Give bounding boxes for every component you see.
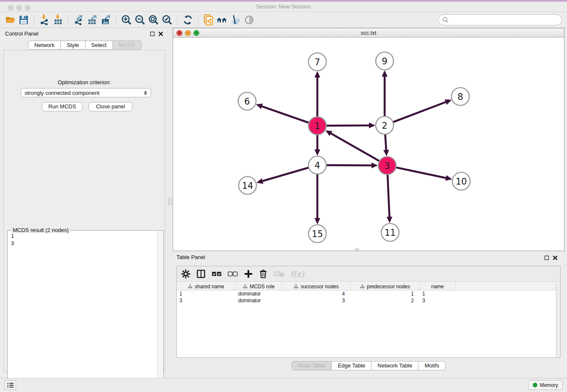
tab-select[interactable]: Select bbox=[85, 41, 113, 50]
cell-shared-name[interactable]: 3 bbox=[177, 297, 236, 304]
new-network-icon[interactable] bbox=[202, 13, 215, 27]
cell-MCDS-role[interactable]: dominator bbox=[236, 290, 282, 297]
delete-table-icon bbox=[273, 268, 284, 280]
zoom-selected-icon[interactable] bbox=[160, 13, 174, 27]
graph-edge-3-11[interactable] bbox=[388, 174, 390, 218]
cell-successor-nodes[interactable]: 3 bbox=[282, 297, 351, 304]
graph-edge-2-8[interactable] bbox=[392, 102, 447, 123]
zoom-out-icon[interactable] bbox=[133, 13, 147, 27]
close-panel-button[interactable]: Close panel bbox=[88, 102, 132, 111]
graph-edge-2-3[interactable] bbox=[385, 133, 386, 152]
graph-edge-3-10[interactable] bbox=[395, 167, 448, 178]
memory-button[interactable]: Memory bbox=[528, 380, 563, 390]
graph-node-label-6: 6 bbox=[244, 97, 250, 107]
zoom-fit-icon[interactable] bbox=[147, 13, 160, 27]
save-session-icon[interactable] bbox=[17, 13, 30, 27]
table-row[interactable]: 1dominator411 bbox=[177, 290, 556, 297]
search-icon bbox=[442, 17, 449, 23]
tab-edge-table[interactable]: Edge Table bbox=[332, 361, 372, 370]
mcds-tab-content: Optimization criterion: strongly connect… bbox=[3, 50, 165, 372]
close-panel-icon[interactable] bbox=[553, 255, 558, 260]
control-panel: Control Panel NetworkStyleSelectMCDS Opt… bbox=[2, 30, 168, 373]
graph-node-label-14: 14 bbox=[242, 181, 253, 191]
graph-edge-1-6[interactable] bbox=[260, 106, 310, 123]
graph-edge-3-1[interactable] bbox=[330, 133, 380, 161]
tab-mcds[interactable]: MCDS bbox=[113, 41, 141, 50]
result-scrollbar[interactable] bbox=[157, 231, 163, 389]
gear-icon[interactable] bbox=[181, 268, 190, 280]
float-panel-icon[interactable] bbox=[150, 31, 155, 36]
cell-successor-nodes[interactable]: 4 bbox=[282, 290, 351, 297]
add-column-icon[interactable] bbox=[244, 268, 253, 280]
mcds-result-list[interactable]: 1 3 bbox=[8, 232, 157, 389]
network-canvas[interactable]: 1234678910111415 bbox=[173, 38, 564, 251]
control-panel-tabs: NetworkStyleSelectMCDS bbox=[2, 41, 168, 50]
export-table-icon[interactable] bbox=[85, 13, 99, 27]
attribute-tree-icon bbox=[360, 284, 365, 289]
show-graphics-details-icon[interactable] bbox=[242, 13, 256, 27]
hide-selected-icon[interactable] bbox=[229, 13, 242, 27]
table-scrollbar[interactable] bbox=[556, 282, 560, 357]
export-image-icon[interactable] bbox=[99, 13, 113, 27]
cell-MCDS-role[interactable]: dominator bbox=[236, 297, 282, 304]
zoom-in-icon[interactable] bbox=[120, 13, 133, 27]
open-file-icon[interactable] bbox=[3, 13, 17, 27]
cell-predecessor-nodes[interactable]: 2 bbox=[351, 297, 420, 304]
search-field[interactable] bbox=[438, 14, 562, 25]
run-mcds-button[interactable]: Run MCDS bbox=[42, 102, 83, 111]
deselect-all-icon[interactable] bbox=[228, 268, 238, 280]
graph-node-label-7: 7 bbox=[314, 57, 320, 67]
import-network-icon[interactable] bbox=[38, 13, 51, 27]
table-row[interactable]: 3dominator323 bbox=[177, 297, 556, 304]
cell-name[interactable]: 3 bbox=[420, 297, 456, 304]
cell-shared-name[interactable]: 1 bbox=[177, 290, 236, 297]
split-view-icon[interactable] bbox=[196, 268, 206, 280]
graph-node-label-8: 8 bbox=[457, 92, 463, 102]
network-window-titlebar[interactable]: ✕ − + scc.txt bbox=[173, 28, 564, 38]
column-header-shared-name[interactable]: shared name bbox=[177, 282, 236, 290]
column-header-successor-nodes[interactable]: successor nodes bbox=[282, 282, 351, 290]
graph-edge-arrowhead bbox=[369, 122, 375, 128]
column-header-name[interactable]: name bbox=[420, 282, 456, 290]
graph-node-label-1: 1 bbox=[314, 121, 320, 131]
graph-edge-arrowhead bbox=[383, 150, 389, 156]
toolbar-separator bbox=[34, 14, 34, 25]
attribute-tree-icon bbox=[188, 284, 193, 289]
memory-label: Memory bbox=[540, 382, 558, 388]
export-network-icon[interactable] bbox=[72, 13, 85, 27]
status-bar: Memory bbox=[0, 378, 567, 392]
tab-motifs[interactable]: Motifs bbox=[418, 361, 446, 370]
app-title: Session: New Session bbox=[0, 3, 567, 10]
column-header-MCDS-role[interactable]: MCDS role bbox=[236, 282, 282, 290]
graph-edge-4-3[interactable] bbox=[325, 165, 373, 166]
toolbar-separator bbox=[68, 14, 69, 25]
graph-edge-arrowhead bbox=[256, 104, 263, 109]
network-splitter-handle[interactable] bbox=[355, 248, 359, 251]
search-input[interactable] bbox=[449, 16, 561, 24]
delete-icon[interactable] bbox=[259, 268, 267, 280]
mcds-result-group: MCDS result (2 nodes) 1 3 bbox=[7, 230, 164, 390]
first-neighbors-icon[interactable] bbox=[215, 13, 229, 27]
cell-name[interactable]: 1 bbox=[420, 290, 456, 297]
cell-predecessor-nodes[interactable]: 1 bbox=[351, 290, 420, 297]
tab-style[interactable]: Style bbox=[61, 41, 85, 50]
optimization-criterion-select[interactable]: strongly connected component bbox=[21, 88, 151, 97]
select-all-icon[interactable] bbox=[212, 268, 222, 280]
toolbar-separator bbox=[116, 14, 116, 25]
apply-layout-icon[interactable] bbox=[181, 13, 195, 27]
tab-node-table[interactable]: Node Table bbox=[292, 361, 332, 370]
task-history-button[interactable] bbox=[5, 380, 16, 390]
import-table-icon[interactable] bbox=[51, 13, 65, 27]
column-header-predecessor-nodes[interactable]: predecessor nodes bbox=[351, 282, 420, 290]
graph-edge-1-2[interactable] bbox=[325, 125, 371, 126]
node-table-container: f(x) shared nameMCDS rolesuccessor nodes… bbox=[176, 266, 561, 358]
graph-edge-4-14[interactable] bbox=[261, 167, 310, 181]
close-panel-icon[interactable] bbox=[158, 31, 163, 36]
attribute-tree-icon bbox=[294, 284, 298, 289]
tab-network[interactable]: Network bbox=[28, 41, 61, 50]
tab-network-table[interactable]: Network Table bbox=[372, 361, 418, 370]
graph-node-label-2: 2 bbox=[382, 121, 387, 131]
memory-status-icon bbox=[533, 383, 537, 387]
float-panel-icon[interactable] bbox=[544, 255, 549, 260]
panel-splitter-handle[interactable] bbox=[168, 198, 172, 205]
